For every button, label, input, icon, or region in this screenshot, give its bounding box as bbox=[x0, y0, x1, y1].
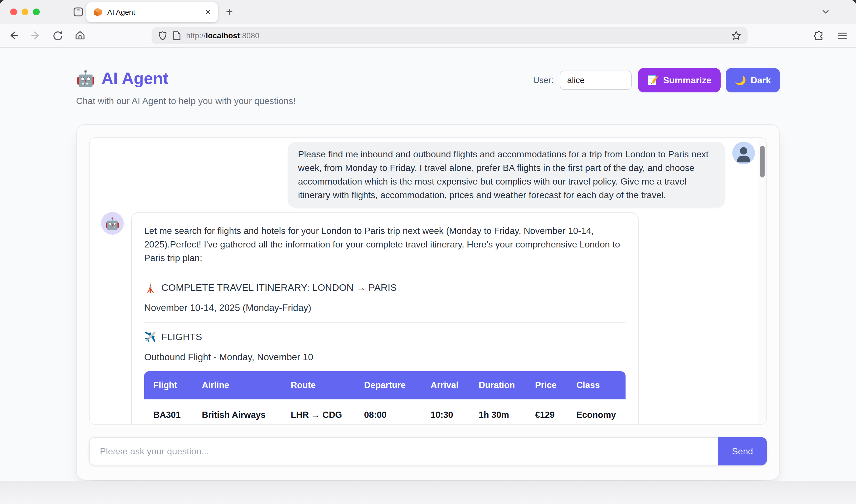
page-bottom-strip bbox=[0, 481, 856, 504]
ai-message-bubble: Let me search for flights and hotels for… bbox=[131, 212, 638, 425]
page-title-text: AI Agent bbox=[101, 68, 168, 88]
bookmark-star-icon[interactable] bbox=[731, 31, 741, 41]
moon-icon: 🌙 bbox=[735, 75, 746, 86]
reload-button[interactable] bbox=[51, 29, 65, 42]
dark-button-label: Dark bbox=[751, 75, 771, 86]
chat-card: Please find me inbound and outbound flig… bbox=[76, 124, 780, 480]
ai-avatar: 🤖 bbox=[101, 212, 124, 235]
table-header-duration: Duration bbox=[470, 371, 526, 399]
tab-title: AI Agent bbox=[107, 8, 200, 17]
dark-mode-button[interactable]: 🌙 Dark bbox=[726, 68, 780, 92]
summarize-button-label: Summarize bbox=[663, 75, 712, 86]
tab-overflow-button[interactable] bbox=[821, 7, 830, 16]
puzzle-piece-icon bbox=[814, 30, 825, 41]
itinerary-heading: 🗼 COMPLETE TRAVEL ITINERARY: LONDON → PA… bbox=[144, 281, 626, 294]
new-tab-button[interactable]: + bbox=[226, 4, 233, 19]
traffic-lights bbox=[0, 8, 40, 15]
hamburger-menu-icon bbox=[837, 30, 848, 41]
user-message-row: Please find me inbound and outbound flig… bbox=[101, 142, 755, 208]
shield-icon bbox=[158, 31, 168, 40]
ai-intro-paragraph: Let me search for flights and hotels for… bbox=[144, 224, 626, 265]
home-icon bbox=[74, 30, 86, 41]
url-text[interactable]: http://localhost:8080 bbox=[186, 32, 259, 40]
cell-airline: British Airways bbox=[193, 399, 281, 425]
menu-button[interactable] bbox=[836, 29, 849, 42]
user-input[interactable] bbox=[560, 71, 632, 90]
back-arrow-icon bbox=[8, 30, 19, 41]
flights-table-header-row: Flight Airline Route Departure Arrival D… bbox=[144, 371, 626, 399]
person-silhouette-icon bbox=[740, 147, 747, 155]
url-scheme: http:// bbox=[186, 32, 206, 40]
window-close-button[interactable] bbox=[10, 8, 17, 15]
divider bbox=[144, 273, 626, 273]
forward-arrow-icon bbox=[30, 30, 41, 41]
forward-button[interactable] bbox=[29, 29, 42, 42]
cell-arrival: 10:30 bbox=[422, 399, 469, 425]
app-header: 🤖AI Agent Chat with our AI Agent to help… bbox=[76, 68, 780, 107]
itinerary-dates: November 10-14, 2025 (Monday-Friday) bbox=[144, 302, 626, 314]
reload-icon bbox=[52, 30, 64, 41]
table-header-class: Class bbox=[567, 371, 626, 399]
divider bbox=[144, 322, 626, 323]
chat-input-row: Send bbox=[89, 437, 767, 465]
cell-departure: 08:00 bbox=[355, 399, 422, 425]
table-header-flight: Flight bbox=[144, 371, 193, 399]
page-title: 🤖AI Agent bbox=[76, 68, 296, 88]
user-avatar bbox=[732, 142, 755, 164]
url-bar[interactable]: http://localhost:8080 bbox=[152, 27, 748, 44]
flights-heading: ✈️ FLIGHTS bbox=[144, 330, 626, 343]
tab-ai-agent[interactable]: AI Agent ✕ bbox=[86, 2, 218, 22]
flights-table: Flight Airline Route Departure Arrival D… bbox=[144, 371, 626, 425]
cell-class: Economy bbox=[567, 399, 626, 425]
user-message-bubble: Please find me inbound and outbound flig… bbox=[288, 142, 725, 208]
url-port: :8080 bbox=[240, 32, 259, 40]
cell-route: LHR → CDG bbox=[281, 399, 355, 425]
home-button[interactable] bbox=[73, 29, 87, 42]
browser-window: AI Agent ✕ + bbox=[0, 0, 856, 504]
flights-table-wrap: Flight Airline Route Departure Arrival D… bbox=[144, 371, 626, 425]
question-input[interactable] bbox=[89, 437, 718, 465]
outbound-flight-heading: Outbound Flight - Monday, November 10 bbox=[144, 351, 626, 363]
user-label: User: bbox=[533, 75, 554, 85]
sidebar-toggle-button[interactable] bbox=[71, 5, 85, 19]
send-button[interactable]: Send bbox=[718, 437, 767, 465]
cell-duration: 1h 30m bbox=[470, 399, 526, 425]
tab-close-icon[interactable]: ✕ bbox=[205, 8, 211, 17]
browser-tab-bar: AI Agent ✕ + bbox=[0, 0, 856, 24]
extensions-button[interactable] bbox=[812, 29, 826, 42]
page-subtitle: Chat with our AI Agent to help you with … bbox=[76, 95, 296, 107]
url-host: localhost bbox=[206, 32, 240, 40]
back-button[interactable] bbox=[7, 29, 20, 42]
cell-price: €129 bbox=[526, 399, 567, 425]
robot-logo-icon: 🤖 bbox=[76, 68, 95, 88]
page-content: 🤖AI Agent Chat with our AI Agent to help… bbox=[0, 48, 856, 481]
page-info-icon[interactable] bbox=[173, 31, 181, 40]
chevron-down-icon bbox=[821, 7, 830, 16]
tab-favicon-cube-icon bbox=[93, 8, 102, 17]
ai-message-row: 🤖 Let me search for flights and hotels f… bbox=[101, 212, 755, 425]
table-row: BA301 British Airways LHR → CDG 08:00 10… bbox=[144, 399, 626, 425]
browser-toolbar: http://localhost:8080 bbox=[0, 24, 856, 48]
summarize-button[interactable]: 📝 Summarize bbox=[638, 68, 721, 92]
tower-icon: 🗼 bbox=[144, 281, 156, 294]
messages-scrollbar-track bbox=[758, 138, 766, 424]
airplane-icon: ✈️ bbox=[144, 330, 156, 343]
table-header-arrival: Arrival bbox=[422, 371, 469, 399]
header-controls: User: 📝 Summarize 🌙 Dark bbox=[533, 68, 780, 92]
sidebar-icon bbox=[73, 6, 84, 17]
messages-panel: Please find me inbound and outbound flig… bbox=[89, 137, 767, 425]
window-zoom-button[interactable] bbox=[33, 8, 40, 15]
table-header-price: Price bbox=[526, 371, 567, 399]
table-header-route: Route bbox=[281, 371, 355, 399]
messages-scrollbar-thumb[interactable] bbox=[760, 146, 765, 177]
window-minimize-button[interactable] bbox=[21, 8, 28, 15]
memo-icon: 📝 bbox=[647, 75, 658, 86]
table-header-departure: Departure bbox=[355, 371, 422, 399]
table-header-airline: Airline bbox=[193, 371, 281, 399]
robot-avatar-icon: 🤖 bbox=[105, 217, 119, 230]
cell-flight: BA301 bbox=[144, 399, 193, 425]
